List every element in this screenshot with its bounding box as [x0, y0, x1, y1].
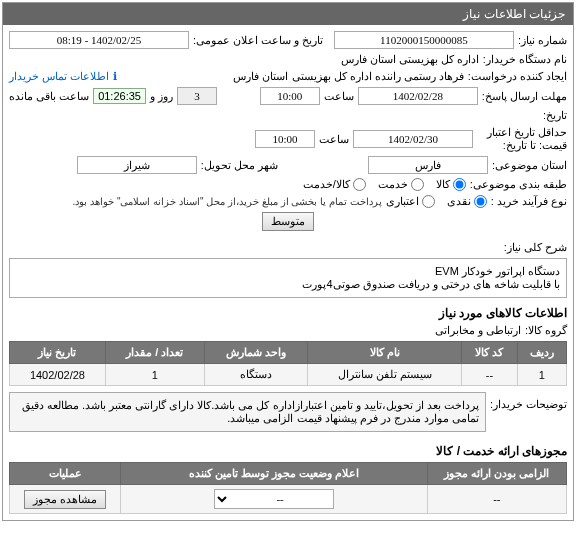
reply-date-input[interactable]	[358, 87, 478, 105]
label-need-title: شرح کلی نیاز:	[504, 235, 567, 254]
need-details-panel: جزئیات اطلاعات نیاز شماره نیاز: تاریخ و …	[2, 2, 574, 521]
buy-process-group: نقدی اعتباری	[386, 195, 487, 208]
table-row[interactable]: 1 -- سیستم تلفن سانترال دستگاه 1 1402/02…	[10, 364, 567, 386]
radio-goods-input[interactable]	[453, 178, 466, 191]
label-classification: طبقه بندی موضوعی:	[470, 178, 567, 191]
public-date-input[interactable]	[9, 31, 189, 49]
th-ops: عملیات	[10, 463, 121, 485]
view-permit-button[interactable]: مشاهده مجوز	[24, 490, 106, 509]
radio-goods[interactable]: کالا	[436, 178, 466, 191]
th-required: الزامی بودن ارائه مجوز	[427, 463, 566, 485]
label-day-and: روز و	[150, 90, 173, 103]
th-idx: ردیف	[517, 342, 566, 364]
cell-idx: 1	[517, 364, 566, 386]
province-input[interactable]	[368, 156, 488, 174]
label-buyer-org: نام دستگاه خریدار:	[483, 53, 567, 66]
info-icon: ℹ	[113, 70, 117, 83]
label-requester: ایجاد کننده درخواست:	[468, 70, 567, 83]
label-reply-deadline: مهلت ارسال پاسخ:	[482, 90, 567, 103]
th-code: کد کالا	[462, 342, 517, 364]
goods-info-header: اطلاعات کالاهای مورد نیاز	[9, 302, 567, 324]
permits-header: مجوزهای ارائه خدمت / کالا	[9, 440, 567, 462]
permit-status-select[interactable]: --	[214, 489, 334, 509]
permits-table: الزامی بودن ارائه مجوز اعلام وضعیت مجوز …	[9, 462, 567, 514]
days-left-input	[177, 87, 217, 105]
th-name: نام کالا	[308, 342, 462, 364]
medium-button[interactable]: متوسط	[262, 212, 314, 231]
goods-table: ردیف کد کالا نام کالا واحد شمارش تعداد /…	[9, 341, 567, 386]
cell-unit: دستگاه	[204, 364, 307, 386]
need-no-input[interactable]	[334, 31, 514, 49]
th-status: اعلام وضعیت مجوز توسط تامین کننده	[121, 463, 427, 485]
panel-title: جزئیات اطلاعات نیاز	[3, 3, 573, 25]
th-qty: تعداد / مقدار	[105, 342, 204, 364]
need-desc-box[interactable]: دستگاه اپراتور خودکار EVM با قابلیت شاخه…	[9, 258, 567, 298]
label-hour2: ساعت	[319, 133, 349, 146]
radio-cash-input[interactable]	[474, 195, 487, 208]
contact-link[interactable]: اطلاعات تماس خریدار	[9, 70, 109, 83]
radio-goods-service-input[interactable]	[353, 178, 366, 191]
goods-group-value: ارتباطی و مخابراتی	[435, 324, 521, 337]
label-history: تاریخ:	[543, 109, 567, 122]
permit-row: -- -- مشاهده مجوز	[10, 485, 567, 514]
label-buyer-notes: توضیحات خریدار:	[490, 392, 567, 411]
city-input[interactable]	[77, 156, 197, 174]
label-province: استان موضوعی:	[492, 159, 567, 172]
buyer-org-value: اداره کل بهزیستی استان فارس	[341, 53, 479, 66]
label-public-date: تاریخ و ساعت اعلان عمومی:	[193, 34, 323, 47]
th-unit: واحد شمارش	[204, 342, 307, 364]
classification-group: کالا خدمت کالا/خدمت	[303, 178, 466, 191]
goods-table-header-row: ردیف کد کالا نام کالا واحد شمارش تعداد /…	[10, 342, 567, 364]
radio-cash[interactable]: نقدی	[447, 195, 487, 208]
cell-qty: 1	[105, 364, 204, 386]
label-buy-process: نوع فرآیند خرید :	[491, 195, 567, 208]
radio-credit-input[interactable]	[422, 195, 435, 208]
requester-value: فرهاد رستمی راننده اداره کل بهزیستی استا…	[233, 70, 463, 83]
label-goods-group: گروه کالا:	[525, 324, 567, 337]
reply-time-input[interactable]	[260, 87, 320, 105]
valid-date-input[interactable]	[353, 130, 473, 148]
countdown-timer: 01:26:35	[93, 88, 146, 104]
valid-time-input[interactable]	[255, 130, 315, 148]
label-hour1: ساعت	[324, 90, 354, 103]
radio-goods-service[interactable]: کالا/خدمت	[303, 178, 366, 191]
credit-note: پرداخت تمام یا بخشی از مبلغ خرید،از محل …	[73, 196, 382, 207]
buyer-notes-box: پرداخت بعد از تحویل،تایید و تامین اعتبار…	[9, 392, 486, 432]
cell-date: 1402/02/28	[10, 364, 106, 386]
radio-credit[interactable]: اعتباری	[386, 195, 435, 208]
radio-service[interactable]: خدمت	[378, 178, 424, 191]
label-need-no: شماره نیاز:	[518, 34, 567, 47]
label-city: شهر محل تحویل:	[201, 159, 278, 172]
permits-header-row: الزامی بودن ارائه مجوز اعلام وضعیت مجوز …	[10, 463, 567, 485]
cell-name: سیستم تلفن سانترال	[308, 364, 462, 386]
permit-status: --	[121, 485, 427, 514]
th-date: تاریخ نیاز	[10, 342, 106, 364]
permit-ops: مشاهده مجوز	[10, 485, 121, 514]
cell-code: --	[462, 364, 517, 386]
radio-service-input[interactable]	[411, 178, 424, 191]
permit-required: --	[427, 485, 566, 514]
label-remaining: ساعت باقی مانده	[9, 90, 89, 103]
label-min-valid: حداقل تاریخ اعتبار قیمت: تا تاریخ:	[477, 126, 567, 152]
